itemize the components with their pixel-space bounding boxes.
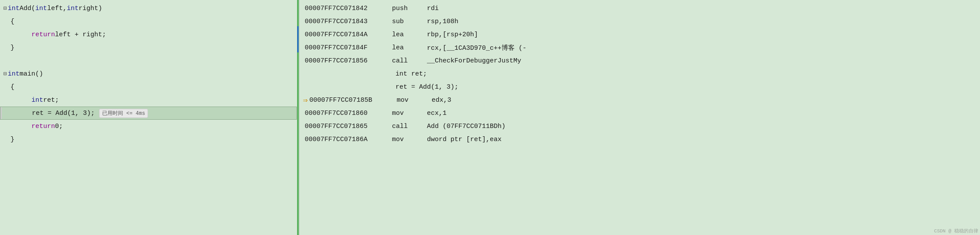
asm-address: 00007FF7CC07184F [305,44,392,52]
asm-3: 00007FF7CC07184Alearbp,[rsp+20h] [299,28,980,41]
asm-address: 00007FF7CC071843 [305,18,392,25]
asm-comment1: int ret; [299,67,980,80]
asm-operand: dword ptr [ret],eax [427,136,502,143]
asm-address: 00007FF7CC071856 [305,57,392,65]
code-token-line-add-return-1: left + right; [55,31,106,38]
asm-comment2: ret = Add(1, 3); [299,80,980,93]
asm-comment-text: int ret; [395,70,427,78]
line-add-close: } [0,41,297,54]
asm-mnemonic: mov [392,136,427,143]
line-blank1 [0,54,297,67]
code-token-line-main-open-0: { [10,83,14,91]
line-main-close: } [0,133,297,146]
asm-mnemonic: lea [392,44,427,52]
asm-mnemonic: mov [392,110,427,117]
asm-1: 00007FF7CC071842pushrdi [299,2,980,15]
asm-2: 00007FF7CC071843subrsp,108h [299,15,980,28]
code-token-line-add-sig-1: Add( [20,5,35,12]
code-token-line-add-return-0: return [31,31,55,38]
collapse-icon-line-add-sig[interactable]: ⊟ [3,5,7,12]
source-code-panel: ⊟int Add(int left,int right){return left… [0,0,297,235]
current-line-arrow: ⇒ [303,95,308,105]
asm-address: 00007FF7CC07185B [309,97,397,104]
asm-mnemonic: lea [392,31,427,38]
asm-operand: Add (07FF7CC0711BDh) [427,123,505,130]
asm-mnemonic: call [392,57,427,65]
line-add-return: return left + right; [0,28,297,41]
asm-operand: rsp,108h [427,18,458,25]
code-token-line-int-ret-0: int [31,97,43,104]
code-token-line-add-close-0: } [10,44,14,52]
code-token-line-ret-assign-0: ret = Add(1, 3); [32,110,95,117]
code-token-line-return0-1: 0; [55,123,63,130]
code-token-line-add-sig-4: int [67,5,79,12]
code-token-line-add-sig-3: left, [47,5,67,12]
asm-9: 00007FF7CC07186Amovdword ptr [ret],eax [299,133,980,146]
disassembly-panel: 00007FF7CC071842pushrdi 00007FF7CC071843… [299,0,980,235]
code-token-line-add-sig-0: int [8,5,20,12]
asm-mnemonic: sub [392,18,427,25]
asm-5: 00007FF7CC071856call__CheckForDebuggerJu… [299,54,980,67]
asm-address: 00007FF7CC071842 [305,5,392,12]
asm-address: 00007FF7CC07184A [305,31,392,38]
selection-indicator [0,107,2,119]
asm-address: 00007FF7CC071865 [305,123,392,130]
code-token-line-add-sig-2: int [35,5,47,12]
asm-address: 00007FF7CC071860 [305,110,392,117]
asm-operand: rbp,[rsp+20h] [427,31,478,38]
code-token-line-main-close-0: } [10,136,14,143]
time-badge: 已用时间 <= 4ms [99,109,148,118]
asm-mnemonic: mov [397,97,432,104]
line-add-open: { [0,15,297,28]
line-int-ret: int ret; [0,93,297,107]
asm-8: 00007FF7CC071865callAdd (07FF7CC0711BDh) [299,120,980,133]
code-token-line-return0-0: return [31,123,55,130]
line-main-open: { [0,80,297,93]
divider-blue-bar [297,26,299,52]
line-return0: return 0; [0,120,297,133]
asm-operand: rdi [427,5,439,12]
line-main-sig: ⊟int main() [0,67,297,80]
code-token-line-main-sig-1: main() [20,70,43,78]
asm-mnemonic: call [392,123,427,130]
asm-6: ⇒00007FF7CC07185Bmovedx,3 [299,93,980,107]
code-token-line-add-sig-5: right) [79,5,102,12]
line-add-sig: ⊟int Add(int left,int right) [0,2,297,15]
watermark: CSDN @ 稳稳的自律 [934,228,978,234]
asm-7: 00007FF7CC071860movecx,1 [299,107,980,120]
asm-operand: __CheckForDebuggerJustMy [427,57,521,65]
asm-comment-text: ret = Add(1, 3); [395,83,458,91]
collapse-icon-line-main-sig[interactable]: ⊟ [3,70,7,77]
asm-operand: rcx,[__1CA3D970_c++博客 (- [427,44,526,52]
asm-address: 00007FF7CC07186A [305,136,392,143]
code-token-line-main-sig-0: int [8,70,20,78]
line-ret-assign: ret = Add(1, 3);已用时间 <= 4ms [0,107,297,120]
asm-mnemonic: push [392,5,427,12]
asm-4: 00007FF7CC07184Flearcx,[__1CA3D970_c++博客… [299,41,980,54]
code-token-line-add-open-0: { [10,18,14,25]
asm-operand: edx,3 [432,97,451,104]
asm-operand: ecx,1 [427,110,447,117]
code-token-line-int-ret-1: ret; [43,97,59,104]
